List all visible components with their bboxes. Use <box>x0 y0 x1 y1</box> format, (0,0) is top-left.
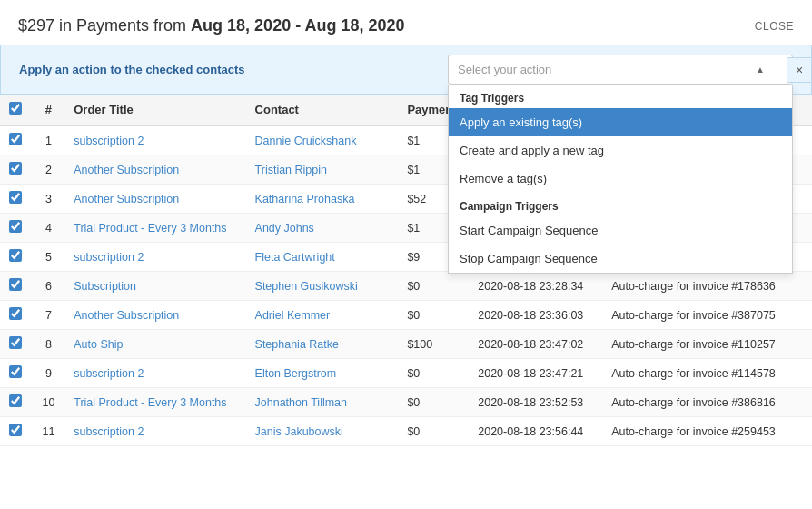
row-contact[interactable]: Andy Johns <box>246 214 399 243</box>
row-checkbox-9[interactable] <box>9 365 22 378</box>
dropdown-item-create-tag[interactable]: Create and apply a new tag <box>449 136 792 165</box>
row-checkbox-cell <box>0 388 33 417</box>
action-bar-label: Apply an action to the checked contacts <box>19 63 245 76</box>
row-checkbox-cell <box>0 214 33 243</box>
action-dropdown-menu: Tag Triggers Apply an existing tag(s) Cr… <box>448 85 793 274</box>
close-button[interactable]: CLOSE <box>755 20 794 33</box>
row-num: 5 <box>33 243 65 272</box>
row-contact[interactable]: Dannie Cruickshank <box>246 125 399 155</box>
order-link[interactable]: subscription 2 <box>74 135 144 147</box>
row-order-title[interactable]: Another Subscription <box>64 301 245 330</box>
contact-link[interactable]: Adriel Kemmer <box>255 309 331 322</box>
order-link[interactable]: Another Subscription <box>74 193 179 205</box>
row-note: Auto-charge for invoice #114578 <box>602 359 812 388</box>
row-checkbox-2[interactable] <box>9 162 22 175</box>
order-link[interactable]: subscription 2 <box>74 367 144 380</box>
row-order-title[interactable]: Auto Ship <box>64 330 245 359</box>
contact-link[interactable]: Johnathon Tillman <box>255 396 347 409</box>
contact-link[interactable]: Stephen Gusikowski <box>255 280 358 293</box>
row-num: 8 <box>33 330 65 359</box>
tag-triggers-label: Tag Triggers <box>449 85 792 108</box>
table-row: 7Another SubscriptionAdriel Kemmer$02020… <box>0 301 812 330</box>
row-checkbox-cell <box>0 185 33 214</box>
contact-link[interactable]: Dannie Cruickshank <box>255 135 357 147</box>
order-link[interactable]: Auto Ship <box>74 338 123 351</box>
row-order-title[interactable]: Another Subscription <box>64 155 245 185</box>
row-order-title[interactable]: subscription 2 <box>64 359 245 388</box>
row-contact[interactable]: Johnathon Tillman <box>246 388 399 417</box>
action-select-box[interactable]: Select your action ▲ <box>448 55 793 85</box>
contact-link[interactable]: Elton Bergstrom <box>255 367 337 380</box>
contact-link[interactable]: Janis Jakubowski <box>255 425 343 438</box>
row-order-title[interactable]: subscription 2 <box>64 243 245 272</box>
row-checkbox-4[interactable] <box>9 220 22 233</box>
contact-link[interactable]: Katharina Prohaska <box>255 193 355 205</box>
row-contact[interactable]: Fleta Cartwright <box>246 243 399 272</box>
row-order-title[interactable]: Subscription <box>64 272 245 301</box>
action-bar-close-button[interactable]: × <box>787 57 812 83</box>
contact-link[interactable]: Stephania Ratke <box>255 338 339 351</box>
row-contact[interactable]: Katharina Prohaska <box>246 185 399 214</box>
row-contact[interactable]: Adriel Kemmer <box>246 301 399 330</box>
row-payment: $0 <box>398 388 469 417</box>
order-link[interactable]: Subscription <box>74 280 136 293</box>
row-checkbox-cell <box>0 272 33 301</box>
row-checkbox-10[interactable] <box>9 394 22 407</box>
row-date: 2020-08-18 23:36:03 <box>469 301 602 330</box>
action-select-wrapper: Select your action ▲ Tag Triggers Apply … <box>448 55 793 85</box>
dropdown-item-start-campaign[interactable]: Start Campaign Sequence <box>449 216 792 245</box>
row-checkbox-1[interactable] <box>9 133 22 145</box>
row-checkbox-7[interactable] <box>9 307 22 320</box>
contact-link[interactable]: Tristian Rippin <box>255 164 327 176</box>
dropdown-item-apply-tag[interactable]: Apply an existing tag(s) <box>449 108 792 136</box>
col-header-order: Order Title <box>64 95 245 125</box>
row-order-title[interactable]: subscription 2 <box>64 417 245 446</box>
row-num: 11 <box>33 417 65 446</box>
table-row: 10Trial Product - Every 3 MonthsJohnatho… <box>0 388 812 417</box>
row-contact[interactable]: Stephania Ratke <box>246 330 399 359</box>
contact-link[interactable]: Andy Johns <box>255 222 314 235</box>
row-contact[interactable]: Tristian Rippin <box>246 155 399 185</box>
order-link[interactable]: subscription 2 <box>74 251 144 264</box>
order-link[interactable]: Trial Product - Every 3 Months <box>74 222 226 235</box>
row-order-title[interactable]: Trial Product - Every 3 Months <box>64 214 245 243</box>
row-payment: $0 <box>398 272 469 301</box>
row-order-title[interactable]: subscription 2 <box>64 125 245 155</box>
col-header-contact: Contact <box>246 95 399 125</box>
row-payment: $100 <box>398 330 469 359</box>
row-date: 2020-08-18 23:47:02 <box>469 330 602 359</box>
row-checkbox-5[interactable] <box>9 249 22 262</box>
row-contact[interactable]: Stephen Gusikowski <box>246 272 399 301</box>
row-checkbox-cell <box>0 301 33 330</box>
row-note: Auto-charge for invoice #259453 <box>602 417 812 446</box>
contact-link[interactable]: Fleta Cartwright <box>255 251 335 264</box>
order-link[interactable]: Another Subscription <box>74 164 179 176</box>
row-checkbox-8[interactable] <box>9 336 22 349</box>
col-header-checkbox <box>0 95 33 125</box>
order-link[interactable]: Trial Product - Every 3 Months <box>74 396 226 409</box>
row-date: 2020-08-18 23:56:44 <box>469 417 602 446</box>
row-checkbox-6[interactable] <box>9 278 22 291</box>
order-link[interactable]: subscription 2 <box>74 425 144 438</box>
action-bar: Apply an action to the checked contacts … <box>0 45 812 95</box>
row-note: Auto-charge for invoice #178636 <box>602 272 812 301</box>
page-title: $297 in Payments from Aug 18, 2020 - Aug… <box>18 16 405 35</box>
row-contact[interactable]: Elton Bergstrom <box>246 359 399 388</box>
order-link[interactable]: Another Subscription <box>74 309 179 322</box>
row-payment: $0 <box>398 359 469 388</box>
action-select-placeholder: Select your action <box>458 63 551 76</box>
row-order-title[interactable]: Trial Product - Every 3 Months <box>64 388 245 417</box>
table-row: 9subscription 2Elton Bergstrom$02020-08-… <box>0 359 812 388</box>
dropdown-item-stop-campaign[interactable]: Stop Campaign Sequence <box>449 245 792 273</box>
row-note: Auto-charge for invoice #387075 <box>602 301 812 330</box>
row-order-title[interactable]: Another Subscription <box>64 185 245 214</box>
row-num: 3 <box>33 185 65 214</box>
row-checkbox-cell <box>0 417 33 446</box>
row-num: 10 <box>33 388 65 417</box>
row-checkbox-11[interactable] <box>9 424 22 436</box>
row-date: 2020-08-18 23:47:21 <box>469 359 602 388</box>
select-all-checkbox[interactable] <box>9 102 22 115</box>
dropdown-item-remove-tag[interactable]: Remove a tag(s) <box>449 165 792 193</box>
row-contact[interactable]: Janis Jakubowski <box>246 417 399 446</box>
row-checkbox-3[interactable] <box>9 191 22 204</box>
